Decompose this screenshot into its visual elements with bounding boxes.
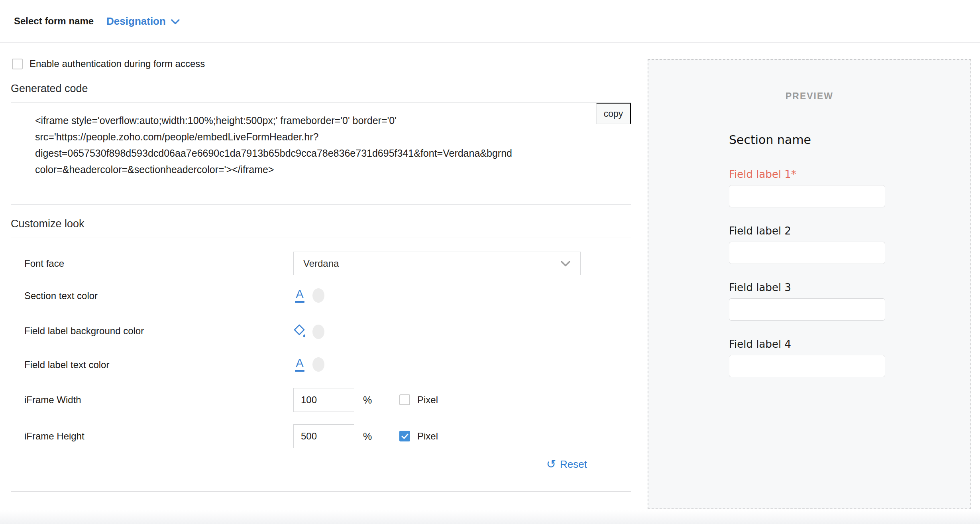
field-label-bg-color-tools	[293, 323, 324, 340]
iframe-height-label: iFrame Height	[24, 424, 84, 448]
iframe-width-label: iFrame Width	[24, 388, 81, 412]
select-form-name-label: Select form name	[14, 16, 94, 27]
iframe-height-row: iFrame Height % Pixel	[24, 424, 619, 448]
iframe-height-unit: %	[363, 424, 372, 448]
top-bar: Select form name Designation	[0, 0, 980, 43]
iframe-height-input[interactable]	[293, 424, 354, 448]
field-label-bg-color-label: Field label background color	[24, 322, 144, 340]
form-name-dropdown-value: Designation	[106, 15, 166, 28]
check-icon	[401, 433, 408, 439]
bottom-strip	[0, 510, 980, 524]
section-text-color-swatch[interactable]	[312, 288, 324, 303]
field-label-text-color-swatch[interactable]	[312, 357, 324, 372]
section-text-color-tools: A	[293, 288, 324, 303]
preview-section-name: Section name	[729, 133, 811, 147]
font-face-row: Font face Verdana	[24, 252, 619, 275]
iframe-height-pixel-checkbox[interactable]	[399, 431, 410, 441]
field-label-text-color-label: Field label text color	[24, 356, 109, 374]
font-face-select[interactable]: Verdana	[293, 252, 581, 275]
iframe-width-input[interactable]	[293, 388, 354, 412]
preview-field: Field label 1*	[729, 168, 885, 180]
enable-auth-checkbox[interactable]	[12, 59, 23, 69]
customize-panel: Font face Verdana Section text color A	[11, 238, 631, 492]
field-label-text-color-row: Field label text color A	[24, 356, 619, 374]
preview-field-label: Field label 4	[729, 338, 885, 350]
preview-field-label: Field label 3	[729, 282, 885, 294]
preview-field-input[interactable]	[729, 185, 885, 207]
preview-field: Field label 4	[729, 338, 885, 350]
preview-title: PREVIEW	[648, 91, 970, 102]
text-color-icon[interactable]: A	[293, 288, 306, 303]
preview-panel: PREVIEW Section name Field label 1* Fiel…	[648, 59, 971, 509]
iframe-height-pixel-label: Pixel	[417, 424, 438, 448]
customize-look-heading: Customize look	[11, 218, 631, 230]
reset-button[interactable]: ↺ Reset	[546, 458, 587, 471]
generated-code-heading: Generated code	[11, 83, 631, 95]
text-color-icon[interactable]: A	[293, 357, 306, 372]
fill-color-icon[interactable]	[293, 323, 306, 340]
generated-code-box: copy <iframe style='overflow:auto;width:…	[11, 102, 631, 205]
preview-field-input[interactable]	[729, 355, 885, 377]
iframe-width-unit: %	[363, 388, 372, 412]
preview-field-input[interactable]	[729, 298, 885, 321]
chevron-down-icon	[171, 19, 180, 25]
form-name-dropdown[interactable]: Designation	[106, 15, 180, 28]
section-text-color-row: Section text color A	[24, 287, 619, 305]
field-label-bg-color-swatch[interactable]	[312, 325, 324, 339]
iframe-width-pixel-checkbox[interactable]	[399, 394, 410, 405]
font-face-label: Font face	[24, 252, 64, 275]
section-text-color-label: Section text color	[24, 287, 98, 305]
iframe-width-pixel-label: Pixel	[417, 388, 438, 412]
chevron-down-icon	[560, 260, 571, 267]
preview-field: Field label 2	[729, 225, 885, 237]
auth-row: Enable authentication during form access	[12, 58, 631, 69]
preview-field-input[interactable]	[729, 242, 885, 264]
generated-code-text: <iframe style='overflow:auto;width:100%;…	[35, 112, 591, 178]
preview-field-label: Field label 2	[729, 225, 885, 237]
preview-field-label: Field label 1*	[729, 168, 885, 180]
settings-column: Enable authentication during form access…	[11, 43, 631, 492]
font-face-value: Verdana	[303, 258, 560, 269]
iframe-width-row: iFrame Width % Pixel	[24, 388, 619, 412]
field-label-text-color-tools: A	[293, 357, 324, 372]
reset-label: Reset	[560, 458, 587, 471]
reset-icon: ↺	[546, 459, 556, 470]
preview-field: Field label 3	[729, 282, 885, 294]
enable-auth-label: Enable authentication during form access	[29, 58, 205, 69]
field-label-bg-color-row: Field label background color	[24, 322, 619, 340]
copy-button[interactable]: copy	[596, 103, 631, 124]
embed-form-settings-page: Select form name Designation Enable auth…	[0, 0, 980, 524]
